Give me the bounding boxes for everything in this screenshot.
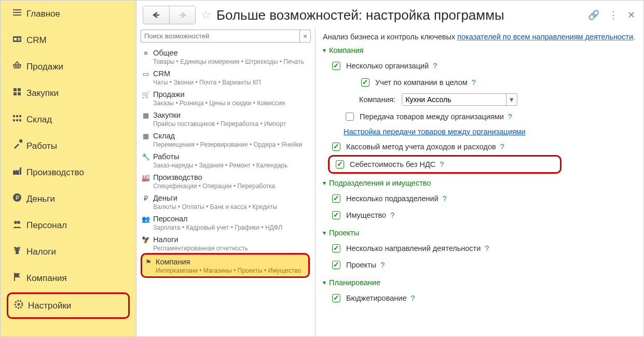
help-icon[interactable]: ? [485,244,489,252]
transfer-setup-link[interactable]: Настройка передачи товаров между организ… [344,128,526,136]
search-clear-button[interactable]: × [299,30,311,43]
cat-title: Продажи [153,90,185,99]
check-projects[interactable] [332,261,340,269]
factory-icon [12,166,26,179]
kebab-icon[interactable]: ⋮ [609,9,618,21]
sidebar: Главное CRM Продажи Закупки Склад Работы… [1,1,136,336]
cat-sub: Чаты • Звонки • Почта • Варианты КП [142,79,311,86]
basket-icon [12,60,26,73]
sidebar-item-sales[interactable]: Продажи [1,53,136,80]
forward-button[interactable] [169,6,195,24]
company-input[interactable] [402,94,506,105]
svg-rect-19 [19,119,21,121]
category-crm[interactable]: ▭CRMЧаты • Звонки • Почта • Варианты КП [141,66,312,87]
check-multiple-dir[interactable] [332,244,340,252]
money-icon: ₽ [142,194,150,202]
section-company[interactable]: ▾Компания [323,46,636,54]
titlebar: ☆ Больше возможностей: настройка програм… [136,1,643,27]
cat-title: Налоги [153,235,179,244]
label-by-company-whole: Учет по компании в целом [375,78,468,87]
sidebar-item-crm[interactable]: CRM [1,27,136,53]
category-money[interactable]: ₽ДеньгиВалюты • Оплаты • Банк и касса • … [141,191,312,212]
check-transfer-goods[interactable] [346,113,354,121]
intro-prefix: Анализ бизнеса и контроль ключевых [323,33,457,41]
sidebar-item-purchases[interactable]: Закупки [1,80,136,106]
tools-icon [12,139,26,152]
help-icon[interactable]: ? [433,62,437,70]
section-projects[interactable]: ▾Проекты [323,229,636,237]
category-personnel[interactable]: 👥ПерсоналЗарплата • Кадровый учет • Граф… [141,212,312,232]
check-cost-no-vat[interactable] [336,160,344,168]
sidebar-item-main[interactable]: Главное [1,1,136,27]
category-warehouse[interactable]: ▦СкладПеремещения • Резервирование • Орд… [141,129,312,149]
tools-icon: 🔧 [142,153,150,161]
label-cost-no-vat: Себестоимость без НДС [350,160,435,168]
category-sales[interactable]: 🛒ПродажиЗаказы • Розница • Цены и скидки… [141,87,312,108]
cat-sub: Заказ-наряды • Задания • Ремонт • Календ… [142,162,311,169]
help-icon[interactable]: ? [472,78,476,87]
help-icon[interactable]: ? [443,194,447,203]
section-planning[interactable]: ▾Планирование [323,278,636,287]
cat-title: Персонал [153,215,188,223]
help-icon[interactable]: ? [500,143,504,151]
search-input[interactable] [141,30,299,43]
category-taxes[interactable]: 🦅НалогиРегламентированная отчетность [141,232,312,253]
sidebar-item-money[interactable]: ₽Деньги [1,186,136,212]
cat-sub: Интеркампани • Магазины • Проекты • Имущ… [144,267,306,274]
cat-title: Деньги [153,194,177,202]
svg-point-23 [17,221,20,224]
cat-title: CRM [153,69,170,78]
category-production[interactable]: 🏭ПроизводствоСпецификации • Операции • П… [141,170,312,191]
company-combobox[interactable]: ▾ [402,93,517,106]
svg-rect-17 [13,119,15,121]
section-subdivisions[interactable]: ▾Подразделения и имущество [323,179,636,187]
svg-point-25 [18,247,20,249]
category-general[interactable]: ≡ОбщееТовары • Единицы измерения • Штрих… [141,46,312,66]
sidebar-item-personnel[interactable]: Персонал [1,212,136,238]
svg-rect-18 [16,119,18,121]
sidebar-item-company[interactable]: Компания [1,265,136,291]
people-icon: 👥 [142,215,150,223]
cat-title: Работы [153,152,179,161]
cat-title: Компания [156,258,190,266]
cost-no-vat-highlight: Себестоимость без НДС ? [328,155,561,174]
category-purchases[interactable]: ▦ЗакупкиПрайсы поставщиков • Переработка… [141,108,312,129]
stack-icon [12,87,26,100]
page-title: Больше возможностей: настройка программы [216,7,583,23]
squares-icon [12,113,26,126]
sidebar-item-works[interactable]: Работы [1,133,136,159]
category-company[interactable]: ⚑КомпанияИнтеркампани • Магазины • Проек… [141,253,310,278]
link-icon[interactable]: 🔗 [588,9,599,21]
cat-sub: Заказы • Розница • Цены и скидки • Комис… [142,100,311,107]
help-icon[interactable]: ? [440,160,444,168]
help-icon[interactable]: ? [508,113,512,121]
back-button[interactable] [143,6,169,24]
help-icon[interactable]: ? [410,294,415,302]
favorite-star-icon[interactable]: ☆ [201,8,211,22]
check-multiple-subdiv[interactable] [332,194,340,203]
category-works[interactable]: 🔧РаботыЗаказ-наряды • Задания • Ремонт •… [141,149,312,170]
sidebar-item-production[interactable]: Производство [1,159,136,186]
check-cash-method[interactable] [332,143,340,151]
svg-point-28 [18,303,20,306]
sidebar-label: Закупки [26,88,59,99]
chevron-down-icon[interactable]: ▾ [506,94,517,105]
check-multiple-orgs[interactable] [332,62,340,70]
title-actions: 🔗 ⋮ ✕ [588,9,635,21]
cat-title: Закупки [153,111,181,119]
sidebar-label: Главное [26,9,60,19]
help-icon[interactable]: ? [390,211,394,219]
sidebar-item-settings[interactable]: Настройки [7,292,130,319]
sidebar-label: Работы [26,141,57,151]
gear-icon [13,299,28,312]
sidebar-item-taxes[interactable]: Налоги [1,238,136,265]
svg-rect-14 [13,115,15,117]
help-icon[interactable]: ? [380,261,385,269]
close-icon[interactable]: ✕ [627,9,635,21]
check-assets[interactable] [332,211,340,219]
check-by-company-whole[interactable] [361,78,369,87]
intro-link[interactable]: показателей по всем направлениям деятель… [457,33,633,41]
sidebar-item-warehouse[interactable]: Склад [1,106,136,133]
label-multiple-dir: Несколько направлений деятельности [346,244,481,252]
check-budgeting[interactable] [332,294,340,302]
